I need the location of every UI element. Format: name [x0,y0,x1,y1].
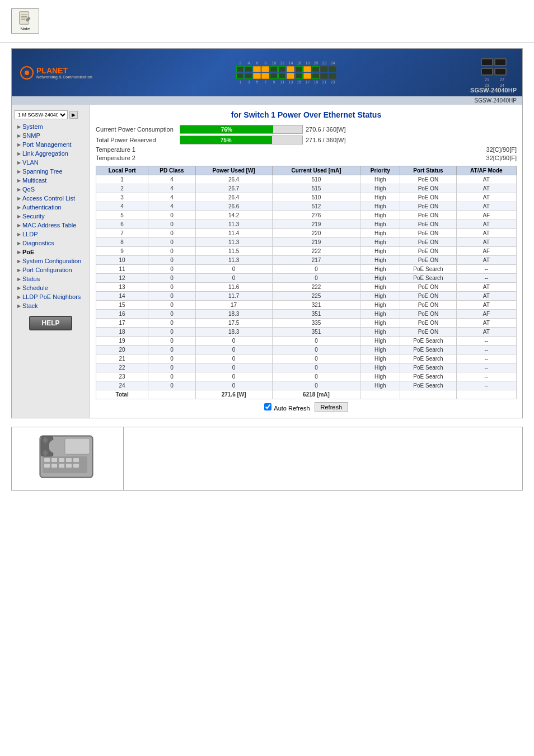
model-badge: SGSW-24040HP [470,87,517,94]
table-cell: 11.3 [195,256,272,265]
table-cell: 220 [272,229,360,238]
table-cell: 510 [272,193,360,202]
sfp-section: 21 22 23 24 [481,58,508,87]
table-cell: High [360,292,400,301]
sidebar-item-link-aggregation[interactable]: ▶Link Aggregation [12,149,90,158]
svg-rect-14 [44,464,50,468]
nav-label: Status [22,276,40,282]
nav-label: Link Aggregation [22,150,68,157]
phone-icon [34,433,101,483]
nav-arrow: ▶ [17,259,21,264]
table-cell: 24 [96,381,148,390]
sidebar-item-system-configuration[interactable]: ▶System Configuration [12,256,90,265]
nav-label: Security [22,213,45,220]
device-select-dropdown[interactable]: 1 M SGSW-24040HP [15,110,68,119]
sidebar-item-schedule[interactable]: ▶Schedule [12,283,90,292]
table-cell: 12 [96,274,148,283]
table-cell: 0 [272,337,360,346]
logo-main: PLANET [36,66,92,75]
device-go-button[interactable]: ▶ [69,111,78,119]
sidebar-item-lldp[interactable]: ▶LLDP [12,230,90,239]
table-cell: 0 [148,274,195,283]
table-cell: 11.4 [195,229,272,238]
help-button[interactable]: HELP [29,316,72,330]
sidebar-item-multicast[interactable]: ▶Multicast [12,176,90,185]
table-cell: 0 [148,354,195,363]
sidebar-item-snmp[interactable]: ▶SNMP [12,131,90,140]
switch-header: PLANET Networking & Communication 2 4 6 … [12,49,522,96]
refresh-button[interactable]: Refresh [315,402,349,412]
sidebar-item-status[interactable]: ▶Status [12,274,90,283]
device-select-area[interactable]: 1 M SGSW-24040HP ▶ [15,110,87,119]
nav-arrow: ▶ [17,250,21,255]
sidebar-item-authentication[interactable]: ▶Authentication [12,203,90,212]
table-cell: 26.7 [195,184,272,193]
sidebar-item-qos[interactable]: ▶QoS [12,185,90,194]
table-row: 8011.3219HighPoE ONAT [96,238,517,247]
table-cell: 0 [148,381,195,390]
table-cell: 17 [195,301,272,310]
table-row: 14011.7225HighPoE ONAT [96,292,517,301]
table-cell: 11.5 [195,247,272,256]
table-footer: Auto Refresh Refresh [96,402,517,412]
sidebar-item-vlan[interactable]: ▶VLAN [12,158,90,167]
table-cell: 217 [272,256,360,265]
table-cell: 0 [195,354,272,363]
table-cell: -- [456,354,516,363]
table-cell: 4 [148,175,195,184]
svg-point-21 [43,450,48,456]
sidebar-item-security[interactable]: ▶Security [12,212,90,221]
nav-arrow: ▶ [17,196,21,201]
sidebar-item-lldp-poe-neighbors[interactable]: ▶LLDP PoE Neighbors [12,292,90,301]
table-cell: PoE Search [400,346,456,354]
table-cell: PoE Search [400,354,456,363]
table-cell: 6 [96,220,148,229]
sidebar-item-spanning-tree[interactable]: ▶Spanning Tree [12,167,90,176]
table-cell: PoE ON [400,328,456,337]
auto-refresh-label: Auto Refresh [264,403,310,412]
table-cell: High [360,381,400,390]
power-stats: Current Power Consumption 76% 270.6 / 36… [96,125,517,161]
table-cell: -- [456,337,516,346]
sidebar-item-port-configuration[interactable]: ▶Port Configuration [12,265,90,274]
total-reserved-value: 271.6 / 360[W] [306,137,346,143]
nav-arrow: ▶ [17,169,21,174]
table-cell: 0 [148,292,195,301]
table-cell: 351 [272,328,360,337]
table-cell: High [360,247,400,256]
sidebar-item-diagnostics[interactable]: ▶Diagnostics [12,239,90,248]
svg-point-20 [43,437,48,443]
sidebar-item-poe[interactable]: ▶PoE [12,248,90,256]
nav-label: Port Configuration [22,267,72,273]
nav-label: VLAN [22,159,39,166]
table-cell: 4 [96,202,148,211]
table-row: 6011.3219HighPoE ONAT [96,220,517,229]
table-cell: 18 [96,328,148,337]
sidebar-item-stack[interactable]: ▶Stack [12,301,90,310]
table-header-cell: AT/AF Mode [456,166,516,175]
table-row: 22000HighPoE Search-- [96,363,517,372]
sidebar-item-mac-address-table[interactable]: ▶MAC Address Table [12,221,90,230]
table-cell: AT [456,220,516,229]
table-cell: 222 [272,247,360,256]
nav-arrow: ▶ [17,304,21,309]
table-header-cell: Local Port [96,166,148,175]
table-cell: 222 [272,283,360,292]
table-cell: PoE ON [400,229,456,238]
temp2-value: 32[C]/90[F] [486,155,517,161]
total-cell: 271.6 [W] [195,390,272,399]
table-cell: High [360,301,400,310]
sidebar-item-system[interactable]: ▶System [12,122,90,131]
table-cell: High [360,337,400,346]
nav-arrow: ▶ [17,151,21,156]
sidebar-item-port-management[interactable]: ▶Port Management [12,140,90,149]
planet-logo: PLANET Networking & Communication [20,66,92,80]
auto-refresh-checkbox[interactable] [264,403,271,410]
sidebar-item-access-control-list[interactable]: ▶Access Control List [12,194,90,203]
table-cell: AF [456,211,516,220]
table-total-row: Total271.6 [W]6218 [mA] [96,390,517,399]
orbit-icon [20,66,34,80]
table-cell: 0 [148,211,195,220]
table-cell: High [360,256,400,265]
total-cell [148,390,195,399]
